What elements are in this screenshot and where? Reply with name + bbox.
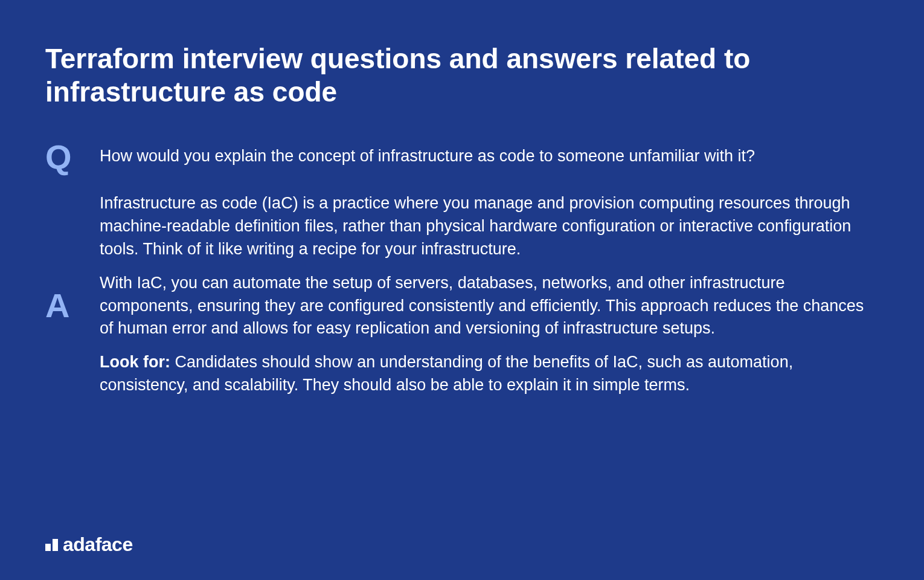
logo-text: adaface <box>63 533 133 556</box>
page-title: Terraform interview questions and answer… <box>45 42 879 109</box>
look-for-text: Candidates should show an understanding … <box>100 353 793 394</box>
logo-bar-small <box>45 544 51 551</box>
question-label: Q <box>45 140 82 174</box>
question-row: Q How would you explain the concept of i… <box>45 145 879 174</box>
logo-bar-large <box>53 539 58 551</box>
qa-container: Q How would you explain the concept of i… <box>45 145 879 396</box>
brand-logo: adaface <box>45 533 133 556</box>
answer-look-for: Look for: Candidates should show an unde… <box>100 351 879 397</box>
answer-content: Infrastructure as code (IaC) is a practi… <box>100 192 879 396</box>
bar-chart-icon <box>45 539 58 551</box>
question-text: How would you explain the concept of inf… <box>100 145 879 168</box>
answer-paragraph-2: With IaC, you can automate the setup of … <box>100 272 879 340</box>
answer-label: A <box>45 289 82 323</box>
answer-row: A Infrastructure as code (IaC) is a prac… <box>45 192 879 396</box>
answer-paragraph-1: Infrastructure as code (IaC) is a practi… <box>100 192 879 260</box>
look-for-label: Look for: <box>100 353 170 371</box>
